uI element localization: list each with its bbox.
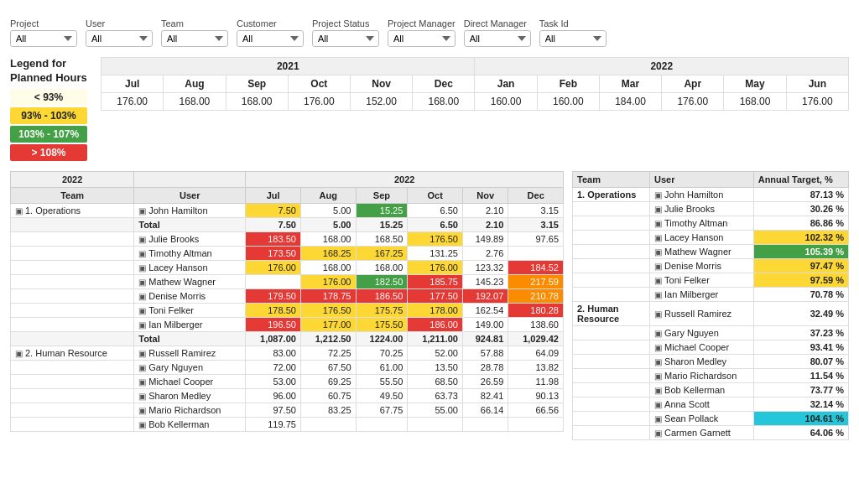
cap-value-cell: 184.00 — [599, 93, 661, 111]
user-cell: ▣Mathew Wagner — [134, 274, 246, 288]
team-cell — [11, 317, 134, 331]
data-cell: 6.50 — [408, 203, 463, 217]
filter-select-task-id[interactable]: All — [539, 30, 607, 47]
main-table: 20222022TeamUserJulAugSepOctNovDec▣1. Op… — [10, 171, 564, 432]
summary-row: ▣Gary Nguyen37.23 % — [573, 325, 849, 340]
filter-select-project-manager[interactable]: All — [388, 30, 456, 47]
filter-group-project-manager: Project ManagerAll — [388, 18, 456, 47]
summary-user-cell: ▣Denise Morris — [650, 258, 754, 273]
team-cell: ▣1. Operations — [11, 203, 134, 217]
table-row: ▣Bob Kellerman119.75 — [11, 417, 564, 431]
data-cell: 149.00 — [462, 317, 508, 331]
summary-user-cell: ▣Sharon Medley — [650, 354, 754, 368]
summary-team-cell: 1. Operations — [573, 187, 650, 201]
filter-select-project[interactable]: All — [10, 30, 77, 47]
data-cell: 70.25 — [356, 346, 408, 360]
filter-label: Project — [10, 18, 77, 29]
filter-group-team: TeamAll — [161, 18, 228, 47]
filter-label: Customer — [237, 18, 304, 29]
main-col-year2 — [134, 171, 246, 187]
summary-team-cell — [573, 230, 650, 244]
summary-team-cell — [573, 382, 650, 397]
cap-year-header: 2021 — [102, 58, 475, 75]
summary-pct-cell: 93.41 % — [753, 340, 848, 354]
summary-team-cell — [573, 411, 650, 425]
cap-month-header: Nov — [350, 75, 412, 93]
data-cell: 90.13 — [508, 388, 564, 403]
legend-item: 103% - 107% — [10, 126, 87, 143]
cap-value-cell: 168.00 — [413, 93, 475, 111]
cap-month-header: Aug — [164, 75, 226, 93]
cap-month-header: Sep — [226, 75, 288, 93]
data-cell: 67.75 — [356, 403, 408, 417]
filter-label: Project Status — [312, 18, 379, 29]
filter-select-project-status[interactable]: All — [312, 30, 379, 47]
user-cell: ▣Julie Brooks — [134, 231, 246, 246]
summary-pct-cell: 105.39 % — [753, 244, 848, 258]
summary-row: ▣Anna Scott32.14 % — [573, 397, 849, 411]
filter-label: User — [86, 18, 153, 29]
legend-item: 93% - 103% — [10, 107, 87, 124]
data-cell: 69.25 — [300, 374, 356, 388]
data-cell: 83.00 — [246, 346, 301, 360]
team-cell: ▣2. Human Resource — [11, 346, 134, 360]
summary-team-cell — [573, 354, 650, 368]
user-cell: Total — [134, 217, 246, 231]
summary-team-cell — [573, 287, 650, 301]
data-cell: 61.00 — [356, 360, 408, 374]
summary-row: ▣Toni Felker97.59 % — [573, 273, 849, 287]
data-cell: 6.50 — [408, 217, 463, 231]
filter-select-direct-manager[interactable]: All — [464, 30, 531, 47]
cap-month-header: Jan — [475, 75, 537, 93]
summary-row: ▣Bob Kellerman73.77 % — [573, 382, 849, 397]
filter-select-user[interactable]: All — [86, 30, 153, 47]
data-cell: 2.10 — [462, 203, 508, 217]
data-cell — [508, 417, 564, 431]
filter-group-direct-manager: Direct ManagerAll — [464, 18, 531, 47]
table-row: ▣Lacey Hanson176.00168.00168.00176.00123… — [11, 260, 564, 274]
summary-user-cell: ▣Julie Brooks — [650, 201, 754, 216]
filter-label: Direct Manager — [464, 18, 531, 29]
summary-pct-cell: 97.47 % — [753, 258, 848, 273]
summary-team-cell — [573, 258, 650, 273]
filter-select-team[interactable]: All — [161, 30, 228, 47]
summary-user-cell: ▣Mathew Wagner — [650, 244, 754, 258]
summary-pct-cell: 97.59 % — [753, 273, 848, 287]
summary-team-cell — [573, 216, 650, 230]
summary-row: ▣Mathew Wagner105.39 % — [573, 244, 849, 258]
summary-row: ▣Carmen Garnett64.06 % — [573, 425, 849, 439]
data-cell: 210.78 — [508, 288, 564, 303]
summary-user-cell: ▣Michael Cooper — [650, 340, 754, 354]
table-row: ▣Ian Milberger196.50177.00175.50186.0014… — [11, 317, 564, 331]
summary-pct-cell: 30.26 % — [753, 201, 848, 216]
data-cell: 138.60 — [508, 317, 564, 331]
data-cell: 3.15 — [508, 203, 564, 217]
data-cell: 167.25 — [356, 246, 408, 260]
summary-col-header: Annual Target, % — [753, 171, 848, 187]
cap-value-cell: 176.00 — [102, 93, 164, 111]
summary-user-cell: ▣Sean Pollack — [650, 411, 754, 425]
team-cell — [11, 360, 134, 374]
summary-row: ▣Michael Cooper93.41 % — [573, 340, 849, 354]
table-row: Total1,087.001,212.501224.001,211.00924.… — [11, 331, 564, 346]
main-year-2022: 2022 — [246, 171, 564, 187]
filter-select-customer[interactable]: All — [237, 30, 304, 47]
data-cell: 66.14 — [462, 403, 508, 417]
data-cell: 55.00 — [408, 403, 463, 417]
summary-pct-cell: 73.77 % — [753, 382, 848, 397]
data-cell: 1,029.42 — [508, 331, 564, 346]
data-cell: 924.81 — [462, 331, 508, 346]
summary-team-cell — [573, 397, 650, 411]
legend-item: < 93% — [10, 89, 87, 106]
main-col-header: Aug — [300, 187, 356, 203]
summary-user-cell: ▣Timothy Altman — [650, 216, 754, 230]
data-cell: 185.75 — [408, 274, 463, 288]
cap-value-cell: 168.00 — [724, 93, 786, 111]
user-cell: ▣Timothy Altman — [134, 246, 246, 260]
data-cell: 7.50 — [246, 203, 301, 217]
user-cell: ▣Bob Kellerman — [134, 417, 246, 431]
team-cell — [11, 403, 134, 417]
data-cell: 83.25 — [300, 403, 356, 417]
summary-col-header: User — [650, 171, 754, 187]
data-cell: 63.73 — [408, 388, 463, 403]
